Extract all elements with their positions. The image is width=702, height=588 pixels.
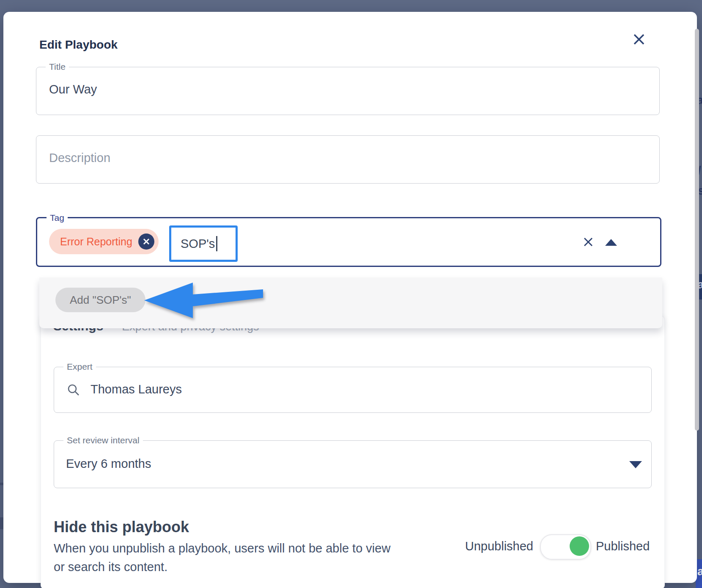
search-icon: [67, 383, 80, 397]
review-interval-field[interactable]: Set review interval Every 6 months: [54, 440, 652, 488]
backdrop-line: [0, 517, 3, 529]
hide-playbook-description-line2: or search its content.: [54, 560, 167, 574]
tag-input-annotation-highlight: SOP's: [169, 225, 238, 262]
scrollbar[interactable]: [695, 29, 699, 431]
clear-x-icon: [583, 236, 594, 247]
caret-up-icon[interactable]: [605, 239, 617, 246]
expert-field[interactable]: Expert Thomas Laureys: [54, 367, 652, 413]
title-field-value: Our Way: [49, 82, 97, 96]
screen: a / s a a Edit Playbook Title Our Way De…: [0, 0, 702, 588]
toggle-on-label: Published: [596, 539, 650, 553]
description-field[interactable]: Description: [36, 135, 660, 184]
tag-field-label: Tag: [47, 213, 68, 223]
tag-field[interactable]: Tag Error Reporting SOP's: [36, 217, 661, 267]
close-button[interactable]: [631, 32, 647, 47]
tag-dropdown-panel: Add "SOP's": [39, 278, 662, 328]
toggle-off-label: Unpublished: [465, 539, 533, 553]
expert-field-label: Expert: [63, 362, 96, 372]
modal-title: Edit Playbook: [39, 38, 118, 52]
close-icon: [631, 32, 647, 47]
tag-pill-label: Error Reporting: [60, 236, 132, 248]
hide-playbook-description-line1: When you unpublish a playbook, users wil…: [54, 541, 390, 555]
title-field-label: Title: [46, 62, 69, 72]
add-tag-option[interactable]: Add "SOP's": [55, 288, 145, 312]
remove-tag-button[interactable]: [138, 234, 154, 250]
review-interval-label: Set review interval: [63, 435, 143, 445]
publish-toggle[interactable]: [540, 534, 591, 560]
description-placeholder: Description: [49, 151, 110, 165]
backdrop-text-fragment: a: [697, 565, 702, 578]
expert-field-value: Thomas Laureys: [90, 382, 182, 396]
hide-playbook-heading: Hide this playbook: [54, 518, 189, 536]
text-cursor: [216, 236, 217, 251]
caret-down-icon[interactable]: [629, 461, 642, 468]
remove-tag-x-icon: [143, 238, 150, 245]
backdrop-line: [0, 483, 3, 485]
tag-input[interactable]: SOP's: [181, 237, 215, 251]
tag-pill: Error Reporting: [49, 229, 159, 254]
clear-tags-button[interactable]: [583, 236, 594, 247]
edit-playbook-modal: Edit Playbook Title Our Way Description …: [3, 12, 697, 583]
publish-toggle-knob: [570, 536, 589, 556]
title-field[interactable]: Title Our Way: [36, 67, 660, 115]
review-interval-value: Every 6 months: [66, 457, 151, 471]
settings-card: Expert Thomas Laureys Set review interva…: [41, 316, 665, 588]
